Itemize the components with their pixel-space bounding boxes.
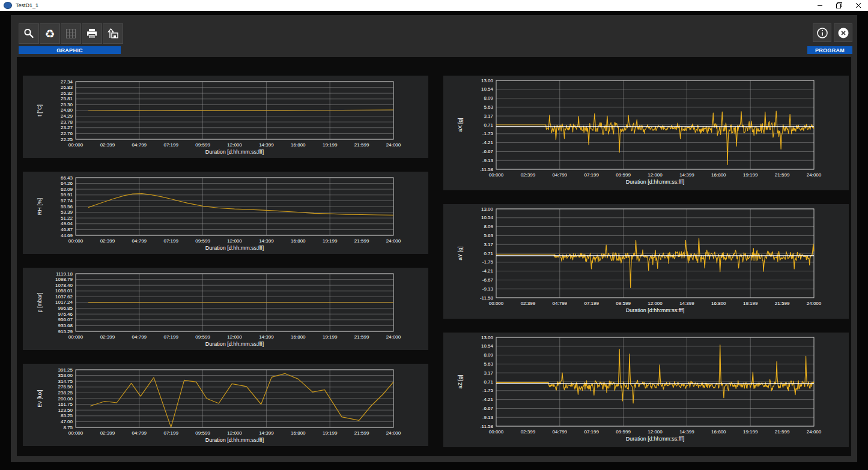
minimize-icon <box>817 2 823 8</box>
y-tick-label: 8.75 <box>63 425 73 430</box>
graphic-mode-label: GRAPHIC <box>19 46 121 54</box>
chart-card-rh: 66.4364.2662.0959.9157.7455.5653.3951.22… <box>23 172 428 254</box>
x-axis-title: Duration [d:hh:mm:ss:fff] <box>205 341 264 347</box>
y-tick-label: 314.75 <box>58 379 73 384</box>
chart-ax-plot[interactable]: 13.0010.548.095.633.170.71-1.75-4.21-6.6… <box>443 76 849 190</box>
x-tick-label: 07:199 <box>584 172 599 178</box>
charts-column-left: 27.3426.8326.3225.8125.3024.8024.2923.78… <box>23 76 428 447</box>
x-tick-label: 19:199 <box>323 142 338 148</box>
x-tick-label: 00:000 <box>68 334 83 340</box>
x-axis-title: Duration [d:hh:mm:ss:fff] <box>626 436 685 442</box>
x-tick-label: 12:000 <box>648 301 663 306</box>
chart-card-t: 27.3426.8326.3225.8125.3024.8024.2923.78… <box>23 76 428 158</box>
y-tick-label: 22.25 <box>61 137 73 142</box>
chart-card-ax: 13.0010.548.095.633.170.71-1.75-4.21-6.6… <box>443 76 849 190</box>
close-window-button[interactable] <box>849 0 868 11</box>
x-tick-label: 00:000 <box>489 172 504 178</box>
chart-rh-plot[interactable]: 66.4364.2662.0959.9157.7455.5653.3951.22… <box>23 172 428 254</box>
x-tick-label: 14:399 <box>259 238 274 244</box>
grid-icon <box>65 28 77 40</box>
x-tick-label: 19:199 <box>743 301 758 306</box>
chart-p-plot[interactable]: 1119.181098.791078.401058.011037.621017.… <box>23 268 428 350</box>
y-tick-label: 23.78 <box>61 119 73 125</box>
chart-card-ev: 391.25353.00314.75276.50238.25200.00161.… <box>23 364 428 446</box>
x-tick-label: 12:000 <box>227 334 242 340</box>
y-tick-label: 956.07 <box>58 317 73 322</box>
x-tick-label: 04:799 <box>132 238 147 244</box>
chart-t-plot[interactable]: 27.3426.8326.3225.8125.3024.8024.2923.78… <box>23 76 428 158</box>
x-tick-label: 19:199 <box>323 334 338 340</box>
y-tick-label: 10.54 <box>481 86 494 92</box>
x-tick-label: 24:000 <box>807 301 822 306</box>
x-tick-label: 14:399 <box>679 301 694 306</box>
maximize-button[interactable] <box>830 0 849 11</box>
series-line-ax <box>496 111 814 164</box>
y-tick-label: -11.58 <box>480 424 494 429</box>
grid-view-button[interactable] <box>61 23 81 44</box>
x-tick-label: 04:799 <box>132 142 147 148</box>
y-tick-label: 49.04 <box>61 221 73 226</box>
y-tick-label: 8.09 <box>484 352 493 358</box>
y-tick-label: -9.13 <box>482 415 494 420</box>
zoom-button[interactable] <box>19 23 39 44</box>
y-tick-label: 123.50 <box>58 408 73 413</box>
y-tick-label: 935.68 <box>58 323 73 328</box>
y-tick-label: 391.25 <box>58 367 73 373</box>
y-tick-label: 23.27 <box>61 125 73 130</box>
window-title: TestD1_1 <box>16 2 38 8</box>
x-tick-label: 07:199 <box>584 429 599 435</box>
chart-az-plot[interactable]: 13.0010.548.095.633.170.71-1.75-4.21-6.6… <box>443 333 849 447</box>
y-tick-label: 59.91 <box>61 192 73 197</box>
info-button[interactable] <box>813 23 831 42</box>
x-tick-label: 04:799 <box>553 172 568 178</box>
y-tick-label: 8.09 <box>484 224 493 229</box>
y-tick-label: -4.21 <box>482 397 494 402</box>
close-program-button[interactable] <box>834 23 852 42</box>
x-tick-label: 02:399 <box>100 142 115 148</box>
x-tick-label: 12:000 <box>227 142 242 148</box>
x-tick-label: 02:399 <box>100 430 115 436</box>
x-tick-label: 24:000 <box>807 172 822 178</box>
x-axis-title: Duration [d:hh:mm:ss:fff] <box>205 245 264 251</box>
x-tick-label: 04:799 <box>553 429 568 435</box>
x-tick-label: 07:199 <box>163 238 178 244</box>
y-tick-label: 200.00 <box>58 396 73 402</box>
print-button[interactable] <box>82 23 102 44</box>
y-tick-label: 22.76 <box>61 131 73 136</box>
x-tick-label: 12:000 <box>227 430 242 436</box>
info-icon <box>816 27 828 39</box>
y-tick-label: 46.87 <box>61 227 73 232</box>
chart-ev-plot[interactable]: 391.25353.00314.75276.50238.25200.00161.… <box>23 364 428 446</box>
x-tick-label: 24:000 <box>807 429 822 435</box>
y-tick-label: -6.67 <box>482 406 494 411</box>
charts-region: 27.3426.8326.3225.8125.3024.8024.2923.78… <box>17 57 851 456</box>
y-tick-label: 26.32 <box>61 91 73 96</box>
y-tick-label: 5.63 <box>484 233 493 238</box>
x-tick-label: 09:599 <box>195 334 210 340</box>
x-tick-label: 07:199 <box>163 430 178 436</box>
refresh-button[interactable]: ♻ <box>40 23 60 44</box>
toolbar-left: ♻ <box>19 23 123 44</box>
y-tick-label: 10.54 <box>481 343 494 349</box>
recycle-icon: ♻ <box>44 28 55 40</box>
x-tick-label: 09:599 <box>195 142 210 148</box>
y-tick-label: 1037.62 <box>55 294 73 300</box>
y-tick-label: 3.17 <box>484 113 493 119</box>
x-tick-label: 14:399 <box>259 142 274 148</box>
y-tick-label: 55.56 <box>61 204 73 209</box>
y-tick-label: 85.25 <box>61 413 73 418</box>
chart-ay-plot[interactable]: 13.0010.548.095.633.170.71-1.75-4.21-6.6… <box>443 204 849 319</box>
y-axis-title: t [°C] <box>37 104 43 116</box>
x-tick-label: 02:399 <box>521 429 536 435</box>
y-tick-label: 27.34 <box>61 79 73 85</box>
x-tick-label: 21:599 <box>775 429 790 435</box>
x-tick-label: 21:599 <box>354 142 369 148</box>
export-button[interactable] <box>103 23 123 44</box>
y-tick-label: 1058.01 <box>55 288 73 294</box>
series-line-rh <box>88 194 393 215</box>
y-tick-label: 238.25 <box>58 390 73 396</box>
y-tick-label: 161.75 <box>58 402 73 407</box>
minimize-button[interactable] <box>810 0 830 11</box>
x-tick-label: 07:199 <box>163 142 178 148</box>
y-tick-label: -1.75 <box>482 131 494 136</box>
